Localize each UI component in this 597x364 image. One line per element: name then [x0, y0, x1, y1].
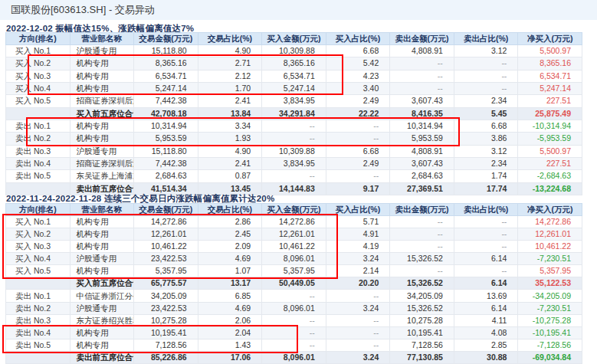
cell-buy-amount: 6,534.71: [262, 70, 326, 82]
cell-trade-amount: 5,247.14: [134, 82, 198, 94]
page-title-text: 国联股份[603613.SH] - 交易异动: [11, 4, 155, 15]
table-row: 买入 No.5招商证券深圳后海7,442.382.413,834.952.493…: [6, 95, 582, 107]
cell-buy-pct: 2.49: [326, 157, 390, 169]
cell-sell-amount: 77,130.85: [390, 351, 454, 363]
column-header: 方向(排名): [6, 204, 71, 216]
cell-branch: 机构专用: [70, 82, 134, 94]
cell-trade-amount: 34,205.09: [134, 290, 198, 302]
cell-sell-pct: --: [454, 216, 518, 228]
cell-net-buy: 5,500.97: [518, 45, 582, 57]
cell-buy-pct: 3.24: [326, 253, 390, 265]
cell-branch: 买入前五席位合计: [70, 107, 134, 120]
cell-trade-pct: 4.90: [198, 45, 262, 57]
cell-trade-amount: 23,422.53: [134, 302, 198, 314]
table-row: 卖出 No.2沪股通专用23,422.534.698,096.013.2415,…: [6, 302, 582, 314]
column-header: 交易占比(%): [198, 204, 262, 216]
cell-direction: 卖出 No.1: [6, 120, 71, 132]
cell-direction: 卖出 No.3: [6, 145, 71, 157]
cell-trade-pct: 6.85: [198, 290, 262, 302]
cell-net-buy: 10,461.22: [518, 241, 582, 253]
cell-direction: 卖出 No.5: [6, 339, 71, 351]
cell-branch: 机构专用: [70, 241, 134, 253]
cell-trade-amount: 2,684.63: [134, 170, 198, 182]
cell-buy-pct: 22.22: [326, 107, 390, 120]
cell-buy-pct: 4.23: [326, 70, 390, 82]
column-header: 交易金额(万元): [134, 204, 198, 216]
cell-buy-pct: 20.20: [326, 277, 390, 290]
cell-net-buy: -7,230.51: [518, 253, 582, 265]
cell-sell-pct: 6.14: [454, 302, 518, 314]
table-row: 买入 No.3机构专用6,534.712.126,534.714.23----6…: [6, 70, 582, 82]
cell-branch: 招商证券深圳后海: [70, 95, 134, 107]
cell-net-buy: -10,195.41: [518, 326, 582, 339]
column-header: 卖出占比(%): [454, 33, 518, 45]
cell-sell-pct: 3.86: [454, 133, 518, 145]
cell-buy-pct: 5.71: [326, 216, 390, 228]
cell-direction: 买入 No.3: [6, 70, 71, 82]
cell-sell-amount: 8,416.35: [390, 107, 454, 120]
cell-buy-pct: 9.17: [326, 182, 390, 195]
cell-buy-pct: --: [326, 170, 390, 182]
cell-sell-amount: 15,326.52: [390, 253, 454, 265]
column-header: 买入金额(万元): [262, 33, 326, 45]
cell-trade-pct: 2.12: [198, 70, 262, 82]
cell-net-buy: -7,128.56: [518, 339, 582, 351]
cell-sell-amount: --: [390, 57, 454, 70]
cell-net-buy: -34,205.09: [518, 290, 582, 302]
cell-buy-amount: 3,834.95: [262, 157, 326, 169]
cell-sell-pct: --: [454, 82, 518, 94]
cell-branch: 机构专用: [70, 326, 134, 339]
table-row: 卖出 No.1中信证券浙江分公司34,205.096.85----34,205.…: [6, 290, 582, 302]
cell-sell-amount: --: [390, 82, 454, 94]
cell-direction: 卖出 No.1: [6, 290, 71, 302]
cell-trade-amount: 8,365.16: [134, 57, 198, 70]
table-row: 买入 No.1机构专用14,272.862.8614,272.865.71---…: [6, 216, 582, 228]
cell-sell-pct: 13.69: [454, 290, 518, 302]
cell-trade-pct: 2.06: [198, 314, 262, 326]
cell-trade-pct: 4.90: [198, 145, 262, 157]
cell-sell-pct: 6.68: [454, 120, 518, 132]
cell-buy-pct: --: [326, 133, 390, 145]
column-header: 卖出金额(万元): [390, 33, 454, 45]
cell-buy-amount: --: [262, 133, 326, 145]
cell-sell-amount: 3,607.43: [390, 157, 454, 169]
cell-branch: 中信证券浙江分公司: [70, 290, 134, 302]
cell-sell-amount: 5,953.59: [390, 133, 454, 145]
cell-net-buy: 5,357.95: [518, 265, 582, 277]
cell-buy-pct: --: [326, 314, 390, 326]
cell-sell-amount: 10,195.41: [390, 326, 454, 339]
cell-branch: 招商证券深圳后海: [70, 157, 134, 169]
cell-trade-amount: 5,953.59: [134, 133, 198, 145]
cell-net-buy: -69,034.84: [518, 351, 582, 363]
cell-trade-pct: 1.43: [198, 339, 262, 351]
cell-sell-amount: 7,128.56: [390, 339, 454, 351]
cell-buy-pct: 3.24: [326, 302, 390, 314]
cell-direction: [6, 277, 71, 290]
cell-branch: 机构专用: [70, 265, 134, 277]
column-header: 净买入(万元): [518, 204, 582, 216]
cell-buy-pct: 4.19: [326, 241, 390, 253]
cell-net-buy: 14,272.86: [518, 216, 582, 228]
cell-buy-pct: --: [326, 290, 390, 302]
table-row: 卖出 No.3东方证券绍兴胜利东路10,275.282.06----10,275…: [6, 314, 582, 326]
cell-net-buy: 227.51: [518, 157, 582, 169]
cell-branch: 沪股通专用: [70, 302, 134, 314]
cell-trade-pct: 1.93: [198, 133, 262, 145]
cell-net-buy: 35,122.53: [518, 277, 582, 290]
cell-trade-amount: 10,195.41: [134, 326, 198, 339]
cell-branch: 东吴证券上海浦东新区世纪大道: [70, 170, 134, 182]
cell-trade-pct: 13.84: [198, 107, 262, 120]
seat-table-1: 方向(排名)营业部名称交易金额(万元)交易占比(%)买入金额(万元)买入占比(%…: [5, 32, 582, 195]
cell-sell-amount: --: [390, 241, 454, 253]
column-header: 交易占比(%): [198, 33, 262, 45]
cell-direction: 卖出 No.5: [6, 170, 71, 182]
cell-buy-amount: --: [262, 170, 326, 182]
cell-branch: 机构专用: [70, 216, 134, 228]
cell-trade-amount: 85,226.86: [134, 351, 198, 363]
table-row: 买入 No.4机构专用5,247.141.705,247.143.40----5…: [6, 82, 582, 94]
cell-buy-pct: --: [326, 339, 390, 351]
cell-branch: 沪股通专用: [70, 145, 134, 157]
cell-trade-amount: 15,118.80: [134, 145, 198, 157]
cell-trade-amount: 10,275.28: [134, 314, 198, 326]
cell-trade-pct: 2.45: [198, 228, 262, 241]
